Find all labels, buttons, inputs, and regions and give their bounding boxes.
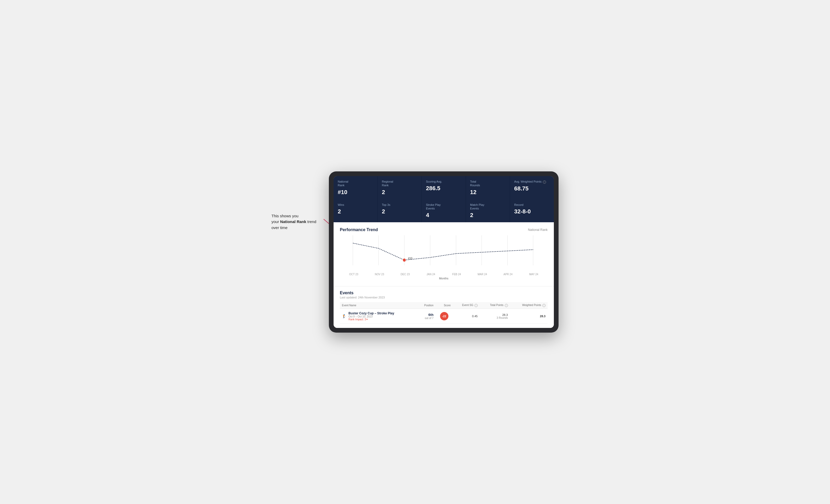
stat-top3s: Top 3s 2 (378, 199, 421, 223)
col-score: Score (436, 302, 453, 309)
stat-stroke-play-events: Stroke PlayEvents 4 (422, 199, 466, 223)
month-nov23: NOV 23 (367, 273, 392, 276)
tablet-screen: NationalRank #10 RegionalRank 2 Scoring … (333, 176, 554, 328)
event-name-cell: 🏌 Buster Cozy Cup – Stroke Play Oct 9 – … (340, 309, 417, 324)
chart-month-labels: OCT 23 NOV 23 DEC 23 JAN 24 FEB 24 MAR 2… (340, 273, 548, 276)
stat-match-play-events: Match PlayEvents 2 (466, 199, 510, 223)
stat-scoring-avg: Scoring Avg. 286.5 (422, 176, 466, 199)
col-weighted-points: Weighted Points i (510, 302, 548, 309)
event-position-cell: 6th out of 7 (417, 309, 436, 324)
month-apr24: APR 24 (495, 273, 521, 276)
month-dec23: DEC 23 (392, 273, 418, 276)
tooltip-line1: This shows you (272, 214, 298, 218)
event-weighted-points-cell: 28.3 (510, 309, 548, 324)
month-jan24: JAN 24 (418, 273, 444, 276)
stat-total-rounds: TotalRounds 12 (466, 176, 510, 199)
stats-row-2: Wins 2 Top 3s 2 Stroke PlayEvents 4 Matc… (333, 199, 554, 223)
stat-national-rank: NationalRank #10 (333, 176, 377, 199)
month-oct23: OCT 23 (341, 273, 367, 276)
rank-impact-arrow-down: ▼ (366, 318, 368, 321)
event-position: 6th (419, 313, 434, 317)
col-position: Position (417, 302, 436, 309)
trend-marker-dot (403, 259, 406, 262)
tablet-device: NationalRank #10 RegionalRank 2 Scoring … (329, 171, 558, 333)
month-feb24: FEB 24 (444, 273, 470, 276)
events-table-body: 🏌 Buster Cozy Cup – Stroke Play Oct 9 – … (340, 309, 548, 324)
info-icon-total-points: i (505, 304, 508, 307)
tooltip-bold: National Rank (280, 220, 306, 224)
stat-regional-rank: RegionalRank 2 (378, 176, 421, 199)
event-score-badge: -22 (440, 312, 448, 321)
performance-header: Performance Trend National Rank (340, 228, 548, 232)
events-last-updated: Last updated: 24th November 2023 (340, 296, 548, 299)
tooltip-annotation: This shows you your National Rank trend … (272, 213, 324, 231)
col-event-sg: Event SG i (453, 302, 480, 309)
month-may24: MAY 24 (521, 273, 547, 276)
col-event-name: Event Name (340, 302, 417, 309)
event-score-cell: -22 (436, 309, 453, 324)
event-name-sub: Oct 9 – Oct 10, 2023 (348, 315, 394, 318)
performance-subtitle: National Rank (528, 228, 548, 232)
chart-x-title: Months (340, 277, 548, 280)
events-table: Event Name Position Score Event SG i (340, 302, 548, 324)
col-total-points: Total Points i (480, 302, 510, 309)
chart-svg: #10 (340, 235, 548, 272)
tooltip-line2: your (272, 220, 280, 224)
events-title: Events (340, 291, 548, 295)
event-total-points-cell: 28.3 3 Rounds (480, 309, 510, 324)
trend-marker-label: #10 (408, 257, 412, 260)
rank-impact: Rank Impact: 3 ▼ (348, 318, 394, 321)
performance-chart: #10 (340, 235, 548, 272)
stat-avg-weighted-points: Avg. Weighted Points i 68.75 (510, 176, 554, 199)
stats-row-1: NationalRank #10 RegionalRank 2 Scoring … (333, 176, 554, 199)
month-mar24: MAR 24 (470, 273, 496, 276)
info-icon-event-sg: i (475, 304, 478, 307)
info-icon-avg-weighted: i (543, 180, 546, 183)
performance-title: Performance Trend (340, 228, 378, 232)
event-position-sub: out of 7 (419, 317, 434, 320)
stat-record: Record 32-8-0 (510, 199, 554, 223)
events-table-header: Event Name Position Score Event SG i (340, 302, 548, 309)
performance-section: Performance Trend National Rank (333, 222, 554, 286)
info-icon-weighted-points: i (542, 304, 545, 307)
event-sg-cell: 0.45 (453, 309, 480, 324)
table-row: 🏌 Buster Cozy Cup – Stroke Play Oct 9 – … (340, 309, 548, 324)
events-section: Events Last updated: 24th November 2023 … (333, 286, 554, 328)
event-icon-golf: 🏌 (342, 314, 346, 318)
event-name-main: Buster Cozy Cup – Stroke Play (348, 311, 394, 315)
stat-wins: Wins 2 (333, 199, 377, 223)
